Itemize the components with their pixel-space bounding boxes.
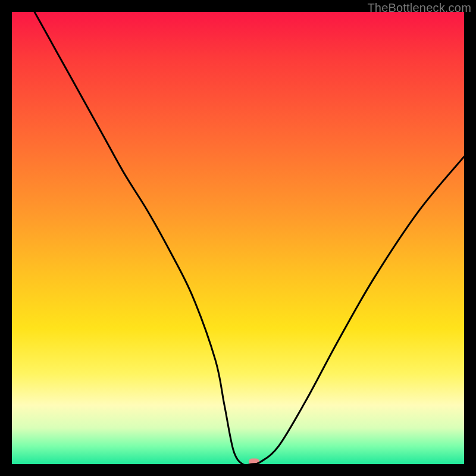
chart-frame: TheBottleneck.com <box>0 0 476 476</box>
bottleneck-curve <box>12 12 464 464</box>
curve-path <box>35 12 464 464</box>
watermark-text: TheBottleneck.com <box>367 1 471 15</box>
plot-area <box>12 12 464 464</box>
